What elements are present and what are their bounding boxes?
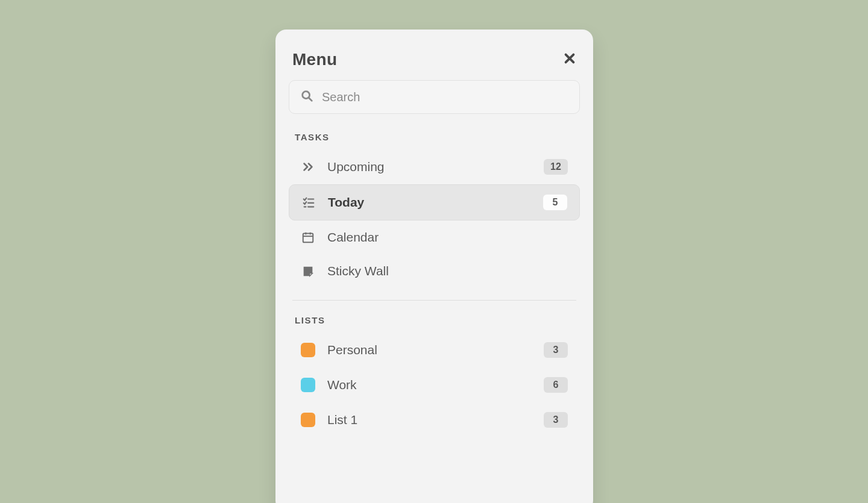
task-item-label: Calendar — [327, 230, 568, 245]
count-badge: 3 — [544, 412, 568, 428]
lists-section-label: LISTS — [289, 315, 580, 329]
double-chevron-right-icon — [301, 160, 315, 174]
lists-list: Personal 3 Work 6 List 1 3 — [289, 333, 580, 437]
task-item-calendar[interactable]: Calendar — [289, 220, 580, 254]
list-item-label: Personal — [327, 343, 532, 357]
list-item-label: List 1 — [327, 413, 532, 427]
color-swatch — [301, 343, 315, 357]
task-item-label: Upcoming — [327, 160, 532, 174]
divider — [292, 300, 576, 301]
count-badge: 3 — [544, 342, 568, 358]
panel-title: Menu — [292, 50, 337, 69]
close-button[interactable] — [563, 52, 576, 67]
panel-header: Menu — [289, 44, 580, 80]
color-swatch — [301, 413, 315, 427]
search-icon — [300, 89, 313, 105]
task-item-upcoming[interactable]: Upcoming 12 — [289, 149, 580, 184]
sticky-note-icon — [301, 264, 315, 278]
checklist-icon — [301, 195, 316, 210]
task-item-label: Sticky Wall — [327, 264, 568, 278]
list-item-personal[interactable]: Personal 3 — [289, 333, 580, 367]
count-badge: 6 — [544, 377, 568, 393]
task-item-today[interactable]: Today 5 — [289, 184, 580, 220]
task-item-sticky-wall[interactable]: Sticky Wall — [289, 254, 580, 288]
tasks-list: Upcoming 12 Today 5 Calendar Sticky Wall — [289, 149, 580, 288]
list-item-work[interactable]: Work 6 — [289, 367, 580, 402]
svg-rect-8 — [303, 234, 313, 243]
task-item-label: Today — [328, 195, 531, 210]
list-item-label: Work — [327, 378, 532, 392]
svg-line-3 — [309, 98, 312, 101]
list-item-list1[interactable]: List 1 3 — [289, 402, 580, 437]
search-input[interactable] — [322, 90, 568, 104]
color-swatch — [301, 378, 315, 392]
count-badge: 12 — [544, 159, 568, 175]
calendar-icon — [301, 230, 315, 245]
count-badge: 5 — [543, 195, 567, 210]
menu-panel: Menu TASKS Upcoming 12 Today 5 — [275, 30, 593, 503]
search-bar[interactable] — [289, 80, 580, 114]
close-icon — [563, 52, 576, 65]
tasks-section-label: TASKS — [289, 132, 580, 146]
